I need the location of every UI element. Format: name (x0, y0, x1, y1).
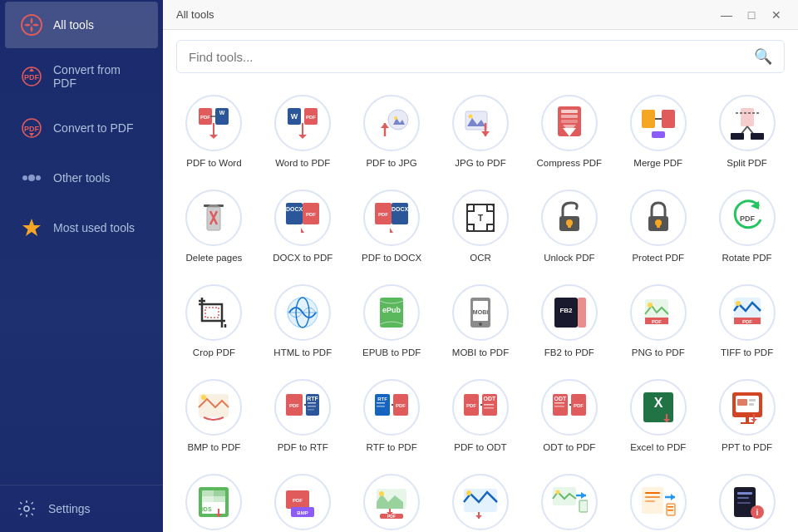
tool-extract-text[interactable]: Extract text (613, 466, 702, 532)
svg-rect-31 (751, 133, 764, 140)
tool-pdf-to-rtf[interactable]: PDF RTF PDF to RTF (259, 371, 347, 462)
svg-marker-8 (22, 219, 41, 236)
tool-epub-to-pdf[interactable]: ePub EPUB to PDF (347, 276, 436, 367)
tool-pdf-to-png[interactable]: PDF PDF to PNG (347, 466, 436, 532)
svg-point-68 (648, 303, 653, 308)
tool-icon-pdf-to-rtf: PDF RTF (274, 379, 331, 436)
tool-word-to-pdf[interactable]: W PDF Word to PDF (259, 86, 347, 178)
svg-rect-24 (561, 115, 578, 118)
tool-excel-to-pdf[interactable]: X Excel to PDF (613, 371, 702, 462)
tool-edit-metadata[interactable]: i Edit metadata (702, 466, 791, 532)
tool-jpg-to-pdf[interactable]: JPG to PDF (436, 86, 525, 178)
svg-point-7 (36, 175, 41, 180)
svg-rect-112 (202, 490, 214, 496)
tool-label-epub-to-pdf: EPUB to PDF (362, 347, 421, 359)
sidebar-item-other-tools[interactable]: Other tools (5, 155, 158, 201)
window-controls: — □ ✕ (718, 7, 785, 23)
tool-tiff-to-pdf[interactable]: PDF TIFF to PDF (702, 276, 791, 367)
maximize-button[interactable]: □ (743, 7, 760, 23)
tool-bmp-to-pdf[interactable]: BMP to PDF (170, 371, 259, 462)
tool-unlock-pdf[interactable]: Unlock PDF (525, 181, 613, 273)
tool-merge-pdf[interactable]: Merge PDF (613, 86, 702, 178)
titlebar: All tools — □ ✕ (163, 0, 798, 30)
tool-label-bmp-to-pdf: BMP to PDF (188, 441, 241, 454)
svg-text:PDF: PDF (200, 115, 210, 120)
svg-rect-138 (737, 492, 752, 495)
tool-icon-merge-pdf (630, 95, 687, 151)
svg-text:BMP: BMP (298, 510, 308, 515)
tool-crop-pdf[interactable]: Crop PDF (170, 276, 259, 367)
sidebar-item-convert-from-pdf[interactable]: PDF Convert from PDF (5, 52, 158, 101)
tool-split-pdf[interactable]: Split PDF (702, 86, 791, 178)
tool-icon-bmp-to-pdf (185, 379, 242, 436)
svg-point-128 (555, 490, 559, 494)
tool-icon-edit-metadata: i (719, 474, 776, 530)
tool-delete-pages[interactable]: Delete pages (170, 181, 259, 273)
tool-label-pdf-to-docx: PDF to DOCX (362, 252, 421, 264)
tool-icon-pdf-to-png: PDF (363, 474, 420, 530)
minimize-button[interactable]: — (718, 7, 735, 23)
tool-icon-unlock-pdf (541, 190, 598, 246)
search-input[interactable] (189, 50, 754, 64)
tool-icon-split-pdf (719, 95, 776, 151)
settings-item[interactable]: Settings (0, 485, 163, 532)
svg-text:PDF: PDF (742, 319, 752, 324)
svg-text:PDF: PDF (387, 514, 396, 519)
tool-label-delete-pages: Delete pages (186, 252, 243, 264)
tool-pdf-to-docx[interactable]: PDF DOCX PDF to DOCX (347, 181, 436, 273)
sidebar-item-convert-to-pdf[interactable]: PDF Convert to PDF (5, 105, 158, 151)
svg-text:W: W (291, 112, 298, 121)
svg-point-63 (479, 323, 482, 326)
svg-rect-66 (578, 298, 586, 328)
svg-rect-55 (205, 308, 219, 318)
svg-rect-86 (377, 406, 385, 407)
tool-rotate-pdf[interactable]: PDF Rotate PDF (702, 181, 791, 273)
tool-compress-pdf[interactable]: Compress PDF (525, 86, 613, 178)
sidebar-item-label: All tools (53, 18, 94, 32)
tool-protect-pdf[interactable]: Protect PDF (613, 181, 702, 273)
tool-ocr[interactable]: T OCR (436, 181, 525, 273)
svg-rect-105 (737, 399, 747, 406)
svg-text:PDF: PDF (293, 498, 303, 503)
svg-rect-53 (657, 223, 660, 228)
sidebar-item-most-used-tools[interactable]: Most used tools (5, 204, 158, 251)
tool-ods-to-pdf[interactable]: ODS ODS to PDF (170, 466, 259, 532)
tool-ppt-to-pdf[interactable]: PPT to PDF (702, 371, 791, 462)
tool-pdf-to-bmp[interactable]: PDF BMP PDF to BMP (259, 466, 347, 532)
tool-label-odt-to-pdf: ODT to PDF (543, 441, 595, 454)
svg-text:FB2: FB2 (559, 307, 573, 314)
tool-label-split-pdf: Split PDF (727, 157, 767, 170)
tool-pdf-to-odt[interactable]: PDF ODT PDF to ODT (436, 371, 525, 462)
close-button[interactable]: ✕ (768, 7, 785, 23)
tool-label-docx-to-pdf: DOCX to PDF (273, 252, 332, 264)
sidebar-item-all-tools[interactable]: All tools (5, 2, 158, 48)
tool-icon-excel-to-pdf: X (630, 379, 687, 436)
tool-label-mobi-to-pdf: MOBI to PDF (452, 347, 509, 359)
svg-rect-30 (731, 133, 744, 140)
tool-label-png-to-pdf: PNG to PDF (632, 347, 685, 359)
tool-pdf-to-word[interactable]: PDF W PDF to Word (170, 86, 259, 178)
tool-fb2-to-pdf[interactable]: FB2 FB2 to PDF (525, 276, 613, 367)
tool-label-merge-pdf: Merge PDF (633, 157, 682, 170)
tool-docx-to-pdf[interactable]: DOCX PDF DOCX to PDF (259, 181, 347, 273)
tool-icon-extract-text (630, 474, 687, 530)
tool-icon-pdf-to-jpg (363, 95, 420, 151)
svg-rect-115 (214, 496, 225, 502)
svg-text:RTF: RTF (307, 396, 318, 401)
tool-odt-to-pdf[interactable]: ODT PDF ODT to PDF (525, 371, 613, 462)
svg-rect-132 (645, 496, 660, 498)
tool-mobi-to-pdf[interactable]: MOBI MOBI to PDF (436, 276, 525, 367)
tool-label-html-to-pdf: HTML to PDF (273, 347, 332, 359)
svg-rect-85 (377, 402, 385, 404)
tool-label-pdf-to-jpg: PDF to JPG (366, 157, 416, 170)
main-area: All tools — □ ✕ 🔍 PDF W PDF to Word W PD… (163, 0, 798, 532)
svg-text:PDF: PDF (289, 403, 299, 408)
tool-extract-images[interactable]: Extract images (525, 466, 613, 532)
tool-rtf-to-pdf[interactable]: RTF PDF RTF to PDF (347, 371, 436, 462)
tool-html-to-pdf[interactable]: HTML to PDF (259, 276, 347, 367)
tool-pdf-to-jpg[interactable]: PDF to JPG (347, 86, 436, 178)
tool-pdf-to-tiff[interactable]: PDF to TIFF (436, 466, 525, 532)
tool-png-to-pdf[interactable]: PDF PNG to PDF (613, 276, 702, 367)
tool-icon-pdf-to-docx: PDF DOCX (363, 190, 420, 246)
svg-rect-133 (645, 500, 655, 502)
